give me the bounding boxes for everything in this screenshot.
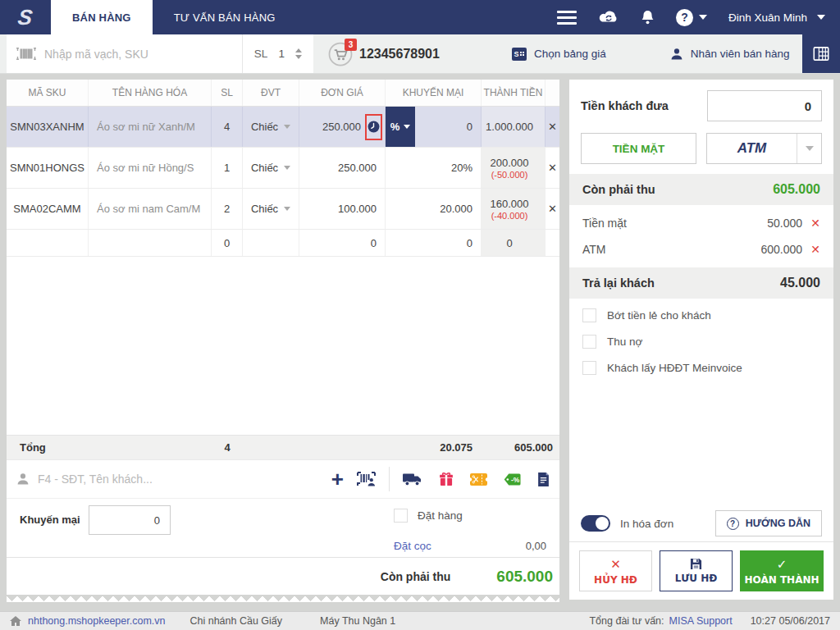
cash-button[interactable]: TIỀN MẶT xyxy=(581,133,696,164)
chevron-down-icon xyxy=(284,125,290,129)
support-link[interactable]: MISA Support xyxy=(669,615,733,627)
atm-dropdown[interactable] xyxy=(797,134,821,163)
order-checkbox[interactable] xyxy=(394,509,408,523)
delete-row-button[interactable]: ✕ xyxy=(546,148,559,188)
unit-dropdown[interactable]: Chiếc xyxy=(243,107,299,147)
table-row-empty[interactable]: 0 0 0 0 xyxy=(7,230,559,257)
table-row[interactable]: SMA02CAMM Áo sơ mi nam Cam/M 2 Chiếc 100… xyxy=(7,189,559,230)
delete-row-button[interactable]: ✕ xyxy=(546,189,559,229)
notifications-bell-icon[interactable] xyxy=(641,10,655,25)
chevron-down-icon xyxy=(404,125,410,129)
cancel-x-icon: ✕ xyxy=(610,557,621,572)
choose-price-list-button[interactable]: S Chọn bảng giá xyxy=(512,34,606,73)
unit-dropdown[interactable]: Chiếc xyxy=(243,148,299,188)
payment-due-value: 605.000 xyxy=(773,182,820,197)
guide-button[interactable]: ? HƯỚNG DẪN xyxy=(715,510,822,536)
quantity-spinner[interactable] xyxy=(295,48,302,59)
datetime: 10:27 05/06/2017 xyxy=(751,615,830,627)
store-domain-link[interactable]: nhthong.mshopkeeper.com.vn xyxy=(28,615,165,627)
order-promo-input[interactable] xyxy=(89,505,171,535)
sale-toolbar: SL 3 12345678901 S Chọn bảng giá Nhân vi… xyxy=(0,34,840,74)
customer-person-icon xyxy=(16,472,30,486)
einvoice-checkbox[interactable] xyxy=(582,361,596,375)
total-promo: 20.075 xyxy=(386,436,482,459)
payment-line-atm: ATM 600.000 ✕ xyxy=(569,236,833,262)
complete-button[interactable]: ✓ HOÀN THÀNH xyxy=(740,550,824,591)
tag-label: -% xyxy=(511,476,519,484)
quantity-input[interactable] xyxy=(274,48,289,60)
chevron-down-icon xyxy=(284,166,290,170)
total-amount: 605.000 xyxy=(482,436,559,459)
barcode-search-box[interactable] xyxy=(7,34,243,73)
check-icon: ✓ xyxy=(777,557,788,572)
cancel-invoice-button[interactable]: ✕ HỦY HĐ xyxy=(579,550,652,591)
cart-badge: 3 xyxy=(345,39,357,51)
deposit-value: 0,00 xyxy=(526,540,546,552)
remove-payment-button[interactable]: ✕ xyxy=(802,217,820,230)
promo-type-dropdown[interactable]: % xyxy=(386,107,415,147)
chevron-down-icon xyxy=(806,146,814,151)
home-icon xyxy=(10,616,21,626)
customer-phone: 12345678901 xyxy=(359,47,440,62)
deposit-link[interactable]: Đặt cọc xyxy=(394,540,431,552)
print-invoice-toggle[interactable] xyxy=(581,515,610,532)
menu-icon[interactable] xyxy=(557,11,577,25)
cart-customer-phone[interactable]: 3 12345678901 xyxy=(328,34,440,73)
invoice-document-button[interactable] xyxy=(537,472,550,486)
help-icon: ? xyxy=(727,518,739,530)
user-name: Đinh Xuân Minh xyxy=(728,11,807,24)
order-due-value: 605.000 xyxy=(496,568,553,586)
quantity-label: SL xyxy=(254,48,268,60)
member-card-scan-button[interactable] xyxy=(357,472,376,486)
table-row[interactable]: SMN03XANHM Áo sơ mi nữ Xanh/M 4 Chiếc 25… xyxy=(7,107,559,148)
atm-button[interactable]: ATM xyxy=(706,133,822,164)
product-grid-toggle-button[interactable] xyxy=(802,34,840,73)
pos-app: S BÁN HÀNG TƯ VẤN BÁN HÀNG ? Đinh Xuân M… xyxy=(0,0,840,630)
delivery-truck-button[interactable] xyxy=(403,472,422,486)
chevron-down-icon xyxy=(699,15,707,20)
tab-ban-hang[interactable]: BÁN HÀNG xyxy=(51,0,153,34)
customer-pay-input[interactable] xyxy=(707,90,822,121)
top-navigation-bar: S BÁN HÀNG TƯ VẤN BÁN HÀNG ? Đinh Xuân M… xyxy=(0,0,840,34)
search-input[interactable] xyxy=(44,48,232,61)
discount-tag-button[interactable]: -% xyxy=(504,473,521,486)
customer-search-input[interactable] xyxy=(38,472,323,486)
sales-staff-button[interactable]: Nhân viên bán hàng xyxy=(670,34,790,73)
save-invoice-button[interactable]: LƯU HĐ xyxy=(660,550,733,591)
discount-amount: (-50.000) xyxy=(491,170,528,180)
payment-due-row: Còn phải thu 605.000 xyxy=(569,174,833,205)
app-logo[interactable]: S xyxy=(0,0,51,34)
user-menu[interactable]: Đinh Xuân Minh xyxy=(728,11,825,24)
price-table-icon: S xyxy=(512,48,527,61)
coupon-button[interactable] xyxy=(470,473,487,486)
support-label: Tổng đài tư vấn: xyxy=(589,615,664,627)
table-row[interactable]: SMN01HONGS Áo sơ mi nữ Hồng/S 1 Chiếc 25… xyxy=(7,148,559,189)
add-customer-button[interactable]: + xyxy=(331,468,344,490)
change-value: 45.000 xyxy=(780,276,820,290)
pos-terminal-name: Máy Thu Ngân 1 xyxy=(320,615,395,627)
payment-line-amount: 50.000 xyxy=(767,217,802,230)
payment-line-amount: 600.000 xyxy=(760,243,802,256)
round-change-checkbox[interactable] xyxy=(582,308,596,322)
delete-row-button[interactable]: ✕ xyxy=(546,107,559,147)
customer-pay-label: Tiền khách đưa xyxy=(581,99,669,112)
cloud-sync-icon[interactable] xyxy=(598,10,619,25)
gift-button[interactable] xyxy=(439,472,454,486)
debt-checkbox[interactable] xyxy=(582,335,596,349)
tab-tu-van-ban-hang[interactable]: TƯ VẤN BÁN HÀNG xyxy=(153,0,297,34)
clock-icon[interactable] xyxy=(368,121,380,133)
order-options-section: Khuyến mại Đặt hàng Đặt cọc 0,00 xyxy=(7,498,559,557)
einvoice-option: Khách lấy HĐĐT Meinvoice xyxy=(582,361,820,375)
receipt-tear-edge xyxy=(7,595,559,602)
status-bar: nhthong.mshopkeeper.com.vn Chi nhánh Cầu… xyxy=(0,611,840,630)
help-menu[interactable]: ? xyxy=(676,9,707,26)
round-change-option: Bớt tiền lẻ cho khách xyxy=(582,308,820,322)
unit-dropdown[interactable]: Chiếc xyxy=(243,189,299,229)
totals-row: Tổng 4 20.075 605.000 xyxy=(7,435,559,459)
remove-payment-button[interactable]: ✕ xyxy=(802,243,820,256)
price-history-highlight xyxy=(365,114,382,140)
change-row: Trả lại khách 45.000 xyxy=(569,267,833,299)
payment-line-cash: Tiền mặt 50.000 ✕ xyxy=(569,210,833,236)
barcode-icon xyxy=(16,48,36,60)
table-header: MÃ SKUTÊN HÀNG HÓASLĐVTĐƠN GIÁKHUYẾN MẠI… xyxy=(7,80,559,107)
